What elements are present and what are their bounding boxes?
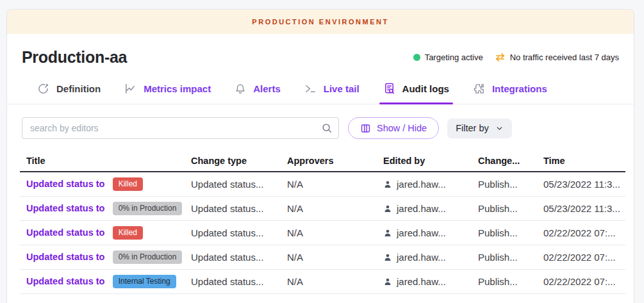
tab-integrations-label: Integrations bbox=[492, 83, 547, 94]
cell-approvers: N/A bbox=[281, 227, 377, 238]
status-badge: Killed bbox=[113, 226, 143, 239]
person-icon bbox=[383, 253, 392, 262]
audit-title-link[interactable]: Updated status to bbox=[26, 252, 104, 262]
cell-time: 05/23/2022 11:3... bbox=[537, 179, 625, 190]
environment-banner-label: PRODUCTION ENVIRONMENT bbox=[252, 18, 388, 26]
tab-definition-label: Definition bbox=[56, 83, 101, 94]
flag-detail-card: PRODUCTION ENVIRONMENT Production-aa Tar… bbox=[6, 9, 634, 303]
show-hide-label: Show / Hide bbox=[377, 123, 427, 133]
cell-time: 02/22/2022 07:... bbox=[537, 252, 625, 263]
terminal-icon bbox=[304, 83, 317, 95]
person-icon bbox=[383, 277, 392, 286]
cell-approvers: N/A bbox=[281, 203, 377, 214]
definition-icon bbox=[37, 83, 49, 95]
targeting-status: Targeting active bbox=[413, 53, 483, 62]
traffic-status: No traffic received last 7 days bbox=[495, 53, 619, 62]
cell-change: Publish... bbox=[472, 252, 537, 263]
environment-banner: PRODUCTION ENVIRONMENT bbox=[7, 10, 634, 34]
table-row[interactable]: Updated status to 0% in Production Updat… bbox=[20, 245, 625, 270]
status-badge: Killed bbox=[113, 177, 143, 190]
columns-icon bbox=[360, 123, 371, 134]
tab-audit-logs-label: Audit logs bbox=[402, 83, 449, 94]
audit-title-link[interactable]: Updated status to bbox=[26, 179, 104, 189]
puzzle-icon bbox=[473, 83, 485, 95]
person-icon bbox=[383, 229, 392, 238]
cell-edited-by: jared.haw... bbox=[377, 179, 472, 190]
cell-edited-by: jared.haw... bbox=[377, 227, 472, 238]
filter-by-label: Filter by bbox=[456, 123, 489, 133]
tab-alerts[interactable]: Alerts bbox=[235, 83, 281, 104]
table-row[interactable]: Updated status to Killed Updated status.… bbox=[20, 172, 625, 197]
search-input[interactable] bbox=[22, 117, 339, 139]
cell-time: 05/23/2022 11:3... bbox=[537, 203, 625, 214]
cell-change-type: Updated status... bbox=[185, 227, 281, 238]
cell-change-type: Updated status... bbox=[185, 203, 281, 214]
metrics-chart-icon bbox=[124, 83, 136, 95]
col-header-change-type: Change type bbox=[185, 156, 281, 166]
cell-change: Publish... bbox=[472, 276, 537, 287]
audit-log-table: Title Change type Approvers Edited by Ch… bbox=[20, 151, 625, 294]
table-row[interactable]: Updated status to Killed Updated status.… bbox=[20, 221, 625, 245]
cell-change: Publish... bbox=[472, 227, 537, 238]
audit-title-link[interactable]: Updated status to bbox=[26, 227, 104, 238]
search-wrap bbox=[22, 117, 339, 139]
tab-audit-logs[interactable]: Audit logs bbox=[383, 82, 449, 104]
targeting-status-label: Targeting active bbox=[425, 53, 483, 62]
person-icon bbox=[383, 204, 392, 213]
audit-toolbar: Show / Hide Filter by bbox=[7, 104, 634, 149]
show-hide-button[interactable]: Show / Hide bbox=[348, 117, 439, 139]
col-header-edited-by: Edited by bbox=[377, 156, 472, 166]
col-header-approvers: Approvers bbox=[281, 156, 377, 166]
cell-change: Publish... bbox=[472, 179, 537, 190]
audit-logs-icon bbox=[383, 82, 395, 95]
status-badge: Internal Testing bbox=[113, 275, 176, 288]
tab-bar: Definition Metrics impact Alerts bbox=[7, 82, 634, 104]
cell-edited-by: jared.haw... bbox=[377, 203, 472, 214]
tab-metrics-impact[interactable]: Metrics impact bbox=[124, 83, 211, 104]
search-icon bbox=[321, 122, 333, 136]
cell-edited-by: jared.haw... bbox=[377, 252, 472, 263]
col-header-change: Change... bbox=[472, 156, 537, 166]
table-row[interactable]: Updated status to 0% in Production Updat… bbox=[20, 197, 625, 221]
traffic-swap-icon bbox=[495, 53, 506, 62]
traffic-status-label: No traffic received last 7 days bbox=[510, 53, 619, 62]
table-header-row: Title Change type Approvers Edited by Ch… bbox=[20, 151, 625, 172]
cell-time: 02/22/2022 07:... bbox=[537, 276, 625, 287]
bell-icon bbox=[235, 83, 246, 95]
tab-live-tail-label: Live tail bbox=[324, 83, 359, 94]
table-row[interactable]: Updated status to Internal Testing Updat… bbox=[20, 270, 625, 294]
person-icon bbox=[383, 180, 392, 189]
status-badge: 0% in Production bbox=[113, 250, 183, 263]
tab-definition[interactable]: Definition bbox=[37, 83, 101, 104]
page-title: Production-aa bbox=[22, 48, 127, 67]
cell-approvers: N/A bbox=[281, 276, 377, 287]
audit-title-link[interactable]: Updated status to bbox=[26, 276, 104, 286]
cell-edited-by: jared.haw... bbox=[377, 276, 472, 287]
cell-approvers: N/A bbox=[281, 179, 377, 190]
cell-change: Publish... bbox=[472, 203, 537, 214]
col-header-time: Time bbox=[537, 156, 625, 166]
cell-change-type: Updated status... bbox=[185, 179, 281, 190]
filter-by-button[interactable]: Filter by bbox=[447, 119, 512, 138]
tab-alerts-label: Alerts bbox=[253, 83, 281, 94]
cell-change-type: Updated status... bbox=[185, 252, 281, 263]
cell-time: 02/22/2022 07:... bbox=[537, 227, 625, 238]
tab-metrics-impact-label: Metrics impact bbox=[144, 83, 211, 94]
status-badge: 0% in Production bbox=[113, 202, 183, 215]
green-dot-icon bbox=[413, 54, 420, 61]
chevron-down-icon bbox=[495, 124, 504, 133]
tab-integrations[interactable]: Integrations bbox=[473, 83, 547, 104]
col-header-title: Title bbox=[20, 156, 185, 166]
tab-live-tail[interactable]: Live tail bbox=[304, 83, 359, 104]
cell-approvers: N/A bbox=[281, 252, 377, 263]
audit-title-link[interactable]: Updated status to bbox=[26, 203, 104, 213]
cell-change-type: Updated status... bbox=[185, 276, 281, 287]
